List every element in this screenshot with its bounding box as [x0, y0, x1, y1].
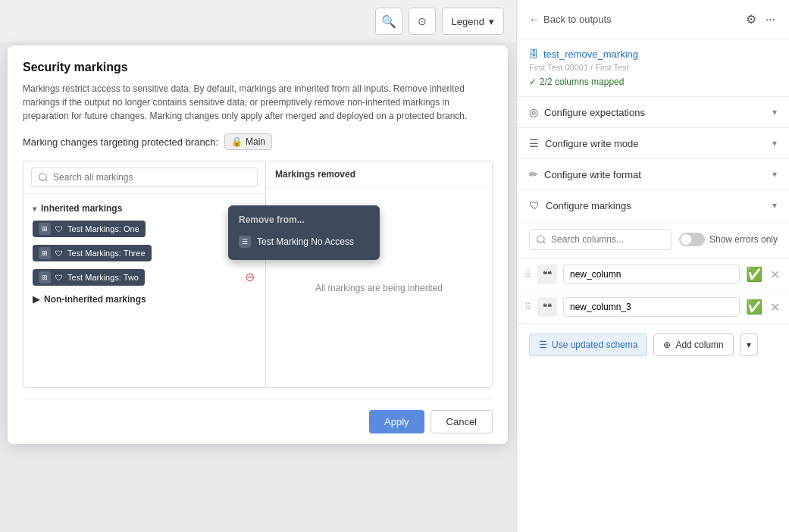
dataset-name-text: test_remove_marking — [543, 49, 638, 60]
modal-title: Security markings — [23, 61, 493, 74]
branch-name: Main — [246, 136, 265, 147]
shield-icon: 🛡 — [55, 225, 63, 233]
left-area: 🔍 ⊙ Legend ▾ Security markings Markings … — [0, 0, 516, 532]
drag-handle-icon[interactable]: ⠿ — [524, 302, 531, 312]
config-write-mode-header[interactable]: ☰ Configure write mode ▾ — [517, 128, 789, 158]
chevron-down-icon: ▾ — [747, 340, 751, 350]
sidebar-footer: ☰ Use updated schema ⊕ Add column ▾ — [517, 324, 789, 365]
modal-footer: Apply Cancel — [23, 399, 493, 444]
markings-right-pane: Markings removed All markings are being … — [266, 161, 492, 387]
errors-toggle[interactable] — [679, 233, 705, 246]
chevron-down-icon: ▾ — [33, 205, 36, 213]
search-icon: 🔍 — [381, 14, 396, 29]
config-left: ◎ Configure expectations — [529, 106, 645, 118]
expectations-icon: ◎ — [529, 106, 538, 118]
marking-chip-three: ⊞ 🛡 Test Markings: Three — [33, 245, 152, 261]
apply-button[interactable]: Apply — [369, 410, 424, 433]
search-markings-area — [23, 161, 265, 194]
schema-icon: ☰ — [539, 340, 547, 350]
config-expectations-header[interactable]: ◎ Configure expectations ▾ — [517, 97, 789, 127]
dataset-name-row: 🗄 test_remove_marking — [529, 49, 777, 60]
remove-tooltip: Remove from... ☰ Test Marking No Access — [228, 205, 380, 260]
gear-icon: ⚙ — [746, 13, 756, 26]
column-status-ok-icon: ✅ — [746, 266, 762, 283]
config-markings: 🛡 Configure markings ▾ — [517, 190, 789, 221]
config-write-format: ✏ Configure write format ▾ — [517, 159, 789, 190]
dataset-info: 🗄 test_remove_marking First Test 00001 /… — [517, 39, 789, 97]
chip-icon: ⊞ — [39, 247, 51, 259]
back-to-outputs-button[interactable]: ← Back to outputs — [529, 14, 612, 25]
chevron-down-icon: ▾ — [772, 107, 777, 117]
drag-handle-icon[interactable]: ⠿ — [524, 269, 531, 280]
search-button[interactable]: 🔍 — [375, 8, 402, 35]
inherited-section-label: Inherited markings — [41, 203, 122, 214]
marking-name: Test Markings: Three — [67, 249, 146, 258]
shield-icon: 🛡 — [55, 249, 63, 258]
use-schema-label: Use updated schema — [552, 340, 637, 350]
plus-icon: ⊕ — [663, 340, 671, 350]
config-write-format-label: Configure write format — [544, 169, 641, 180]
more-options-button[interactable]: ··· — [764, 11, 777, 28]
add-column-label: Add column — [675, 340, 723, 350]
table-row: ⠿ ❝❝ ✅ ✕ — [517, 291, 789, 324]
column-name-input[interactable] — [563, 297, 740, 317]
non-inherited-label: Non-inherited markings — [44, 294, 146, 305]
config-write-mode: ☰ Configure write mode ▾ — [517, 128, 789, 159]
search-columns-input[interactable] — [529, 229, 672, 250]
sidebar-actions: ⚙ ··· — [744, 11, 777, 28]
dataset-icon: 🗄 — [529, 49, 539, 60]
column-remove-button[interactable]: ✕ — [769, 299, 781, 316]
errors-label: Show errors only — [709, 234, 778, 245]
sidebar-header: ← Back to outputs ⚙ ··· — [517, 0, 789, 39]
table-row: ⠿ ❝❝ ✅ ✕ — [517, 258, 789, 291]
chevron-down-icon: ▾ — [772, 200, 777, 211]
columns-mapped-text: 2/2 columns mapped — [540, 77, 624, 87]
markings-body: ▾ Inherited markings ⊞ 🛡 Test Markings: … — [23, 161, 493, 388]
chevron-right-icon: ▶ — [33, 294, 39, 305]
search-columns-row: Show errors only — [517, 221, 789, 258]
marking-chip-two: ⊞ 🛡 Test Markings: Two — [33, 269, 145, 286]
branch-row: Marking changes targeting protected bran… — [23, 133, 493, 150]
branch-label: Marking changes targeting protected bran… — [23, 136, 218, 148]
config-markings-header[interactable]: 🛡 Configure markings ▾ — [517, 190, 789, 221]
config-markings-label: Configure markings — [546, 200, 631, 211]
toggle-button[interactable]: ⊙ — [409, 8, 436, 35]
toggle-icon: ⊙ — [418, 15, 427, 27]
arrow-left-icon: ← — [529, 14, 539, 25]
config-left: ☰ Configure write mode — [529, 137, 639, 149]
chip-icon: ⊞ — [39, 223, 51, 235]
chevron-down-icon: ▾ — [772, 138, 777, 149]
more-button[interactable]: ▾ — [740, 333, 758, 356]
non-inherited-section-header[interactable]: ▶ Non-inherited markings — [23, 289, 265, 309]
column-status-ok-icon: ✅ — [746, 299, 762, 315]
use-updated-schema-button[interactable]: ☰ Use updated schema — [529, 333, 647, 356]
modal-description: Markings restrict access to sensitive da… — [23, 82, 493, 123]
lock-icon: 🔒 — [231, 136, 243, 147]
legend-button[interactable]: Legend ▾ — [442, 8, 504, 35]
back-label: Back to outputs — [543, 14, 612, 25]
config-left: 🛡 Configure markings — [529, 199, 631, 211]
config-write-mode-label: Configure write mode — [545, 138, 639, 149]
column-name-input[interactable] — [563, 264, 740, 284]
right-sidebar: ← Back to outputs ⚙ ··· 🗄 test_remove_ma… — [516, 0, 789, 532]
column-remove-button[interactable]: ✕ — [769, 266, 781, 283]
legend-label: Legend — [452, 16, 484, 27]
add-column-button[interactable]: ⊕ Add column — [653, 333, 733, 356]
cancel-button[interactable]: Cancel — [431, 410, 493, 433]
ellipsis-icon: ··· — [766, 13, 775, 26]
config-write-format-header[interactable]: ✏ Configure write format ▾ — [517, 159, 789, 189]
dataset-path: First Test 00001 / First Test — [529, 63, 777, 72]
chevron-down-icon: ▾ — [772, 169, 777, 180]
branch-badge: 🔒 Main — [224, 133, 272, 150]
security-markings-modal: Security markings Markings restrict acce… — [8, 45, 508, 444]
marking-name: Test Markings: Two — [67, 273, 139, 282]
tooltip-item-name: Test Marking No Access — [257, 236, 354, 247]
check-icon: ✓ — [529, 77, 537, 87]
list-item: ⊞ 🛡 Test Markings: Two ⊖ — [23, 265, 265, 289]
remove-marking-button[interactable]: ⊖ — [243, 270, 256, 285]
column-type-icon: ❝❝ — [537, 297, 557, 317]
tooltip-item[interactable]: ☰ Test Marking No Access — [239, 233, 369, 251]
search-markings-input[interactable] — [31, 167, 258, 187]
column-type-icon: ❝❝ — [537, 264, 557, 284]
settings-button[interactable]: ⚙ — [744, 11, 758, 28]
